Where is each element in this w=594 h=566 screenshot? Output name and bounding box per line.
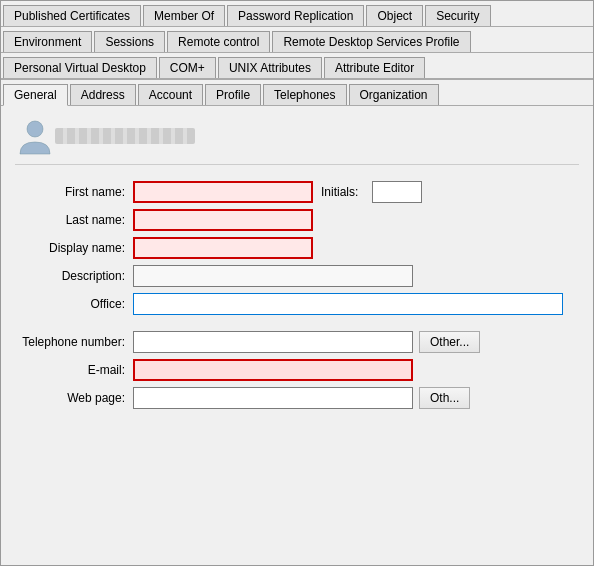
initials-label: Initials: <box>321 185 358 199</box>
tab-member-of[interactable]: Member Of <box>143 5 225 26</box>
last-name-label: Last name: <box>15 213 125 227</box>
telephone-label: Telephone number: <box>15 335 125 349</box>
tab-row-1: Published Certificates Member Of Passwor… <box>1 1 593 27</box>
webpage-label: Web page: <box>15 391 125 405</box>
description-row: Description: <box>15 265 579 287</box>
email-label: E-mail: <box>15 363 125 377</box>
first-name-input[interactable] <box>133 181 313 203</box>
tab-remote-control[interactable]: Remote control <box>167 31 270 52</box>
webpage-row: Web page: Oth... <box>15 387 579 409</box>
initials-group: Initials: <box>321 181 422 203</box>
tab-object[interactable]: Object <box>366 5 423 26</box>
user-header <box>15 116 579 165</box>
office-label: Office: <box>15 297 125 311</box>
tab-personal-virtual[interactable]: Personal Virtual Desktop <box>3 57 157 78</box>
form-section: First name: Initials: Last name: Display… <box>15 181 579 409</box>
telephone-input[interactable] <box>133 331 413 353</box>
email-row: E-mail: <box>15 359 579 381</box>
first-name-row: First name: Initials: <box>15 181 579 203</box>
description-input[interactable] <box>133 265 413 287</box>
tab-row-4: General Address Account Profile Telephon… <box>1 80 593 106</box>
tab-sessions[interactable]: Sessions <box>94 31 165 52</box>
dialog: Published Certificates Member Of Passwor… <box>0 0 594 566</box>
user-avatar <box>15 116 55 156</box>
tab-password-replication[interactable]: Password Replication <box>227 5 364 26</box>
office-row: Office: <box>15 293 579 315</box>
tab-unix-attributes[interactable]: UNIX Attributes <box>218 57 322 78</box>
display-name-input[interactable] <box>133 237 313 259</box>
tab-telephones[interactable]: Telephones <box>263 84 346 105</box>
telephone-row: Telephone number: Other... <box>15 331 579 353</box>
display-name-row: Display name: <box>15 237 579 259</box>
last-name-row: Last name: <box>15 209 579 231</box>
tab-security[interactable]: Security <box>425 5 490 26</box>
tab-row-2: Environment Sessions Remote control Remo… <box>1 27 593 53</box>
tab-account[interactable]: Account <box>138 84 203 105</box>
webpage-input[interactable] <box>133 387 413 409</box>
tab-com-plus[interactable]: COM+ <box>159 57 216 78</box>
display-name-label: Display name: <box>15 241 125 255</box>
initials-input[interactable] <box>372 181 422 203</box>
office-input[interactable] <box>133 293 563 315</box>
tab-published-certificates[interactable]: Published Certificates <box>3 5 141 26</box>
user-display-name <box>55 128 195 144</box>
tab-organization[interactable]: Organization <box>349 84 439 105</box>
telephone-other-button[interactable]: Other... <box>419 331 480 353</box>
tab-remote-desktop[interactable]: Remote Desktop Services Profile <box>272 31 470 52</box>
tab-general[interactable]: General <box>3 84 68 106</box>
tab-row-3: Personal Virtual Desktop COM+ UNIX Attri… <box>1 53 593 80</box>
webpage-other-button[interactable]: Oth... <box>419 387 470 409</box>
description-label: Description: <box>15 269 125 283</box>
tab-environment[interactable]: Environment <box>3 31 92 52</box>
tab-profile[interactable]: Profile <box>205 84 261 105</box>
email-input[interactable] <box>133 359 413 381</box>
first-name-label: First name: <box>15 185 125 199</box>
tab-address[interactable]: Address <box>70 84 136 105</box>
svg-point-0 <box>27 121 43 137</box>
last-name-input[interactable] <box>133 209 313 231</box>
main-content: First name: Initials: Last name: Display… <box>1 106 593 565</box>
tab-attribute-editor[interactable]: Attribute Editor <box>324 57 425 78</box>
